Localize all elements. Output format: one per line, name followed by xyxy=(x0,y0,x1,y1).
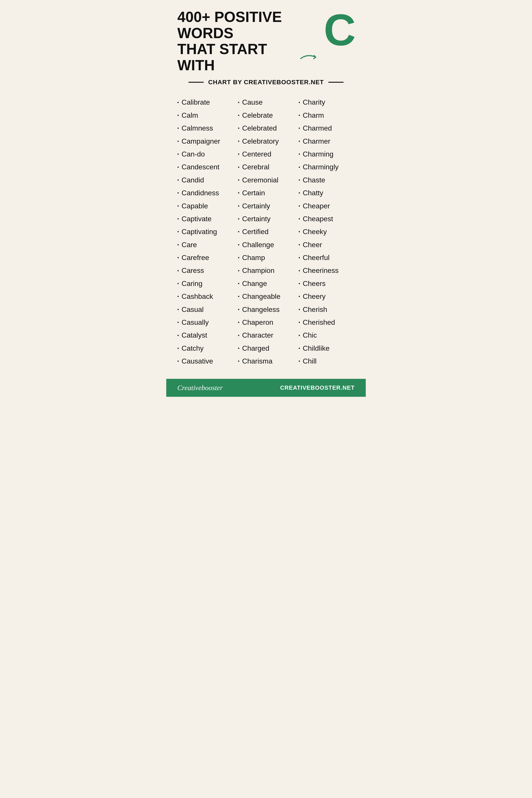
list-item: •Character xyxy=(238,329,294,342)
list-item: •Changeable xyxy=(238,290,294,303)
word-text: Capable xyxy=(182,202,208,210)
word-text: Champion xyxy=(242,266,274,274)
list-item: •Caring xyxy=(177,277,233,290)
list-item: •Captivating xyxy=(177,225,233,238)
word-text: Character xyxy=(242,331,273,339)
bullet-icon: • xyxy=(177,229,179,234)
bullet-icon: • xyxy=(177,100,179,105)
list-item: •Celebrated xyxy=(238,122,294,135)
list-item: •Certain xyxy=(238,186,294,199)
bullet-icon: • xyxy=(299,177,300,183)
list-item: •Calmness xyxy=(177,122,233,135)
subtitle-line-right xyxy=(328,82,344,83)
bullet-icon: • xyxy=(299,333,300,338)
bullet-icon: • xyxy=(177,346,179,351)
word-text: Calmness xyxy=(182,124,213,132)
word-column-0: •Calibrate•Calm•Calmness•Campaigner•Can-… xyxy=(177,96,233,367)
bullet-icon: • xyxy=(299,229,300,234)
word-text: Charmingly xyxy=(303,163,339,171)
list-item: •Cashback xyxy=(177,290,233,303)
list-item: •Charisma xyxy=(238,355,294,367)
bullet-icon: • xyxy=(177,307,179,312)
list-item: •Ceremonial xyxy=(238,174,294,186)
footer-logo: Creativebooster xyxy=(177,384,223,392)
list-item: •Carefree xyxy=(177,251,233,264)
bullet-icon: • xyxy=(299,165,300,170)
word-text: Change xyxy=(242,279,267,288)
title-line2: THAT START WITH xyxy=(177,41,324,73)
word-text: Cheeky xyxy=(303,227,327,236)
bullet-icon: • xyxy=(177,165,179,170)
footer: Creativebooster CREATIVEBOOSTER.NET xyxy=(166,379,366,397)
list-item: •Changeless xyxy=(238,303,294,316)
bullet-icon: • xyxy=(238,229,240,234)
list-item: •Celebrate xyxy=(238,109,294,122)
list-item: •Challenge xyxy=(238,238,294,251)
bullet-icon: • xyxy=(299,255,300,260)
bullet-icon: • xyxy=(177,203,179,209)
list-item: •Chaperon xyxy=(238,316,294,329)
subtitle-text: CHART BY CREATIVEBOOSTER.NET xyxy=(208,79,324,86)
list-item: •Cheaper xyxy=(299,200,355,212)
word-text: Charity xyxy=(303,98,325,107)
subtitle-bar: CHART BY CREATIVEBOOSTER.NET xyxy=(177,75,355,89)
list-item: •Causative xyxy=(177,355,233,367)
list-item: •Catchy xyxy=(177,342,233,355)
word-text: Certified xyxy=(242,227,268,236)
bullet-icon: • xyxy=(238,100,240,105)
list-item: •Chaste xyxy=(299,174,355,186)
word-text: Casual xyxy=(182,305,204,314)
bullet-icon: • xyxy=(177,177,179,183)
word-text: Chaperon xyxy=(242,318,273,326)
word-text: Celebrated xyxy=(242,124,277,132)
list-item: •Charmingly xyxy=(299,160,355,173)
word-text: Cause xyxy=(242,98,263,107)
list-item: •Calibrate xyxy=(177,96,233,109)
word-list-section: •Calibrate•Calm•Calmness•Campaigner•Can-… xyxy=(166,91,366,374)
word-columns: •Calibrate•Calm•Calmness•Campaigner•Can-… xyxy=(177,96,355,367)
bullet-icon: • xyxy=(238,203,240,209)
word-text: Ceremonial xyxy=(242,176,279,184)
bullet-icon: • xyxy=(177,151,179,157)
list-item: •Charmer xyxy=(299,135,355,148)
word-text: Chaste xyxy=(303,176,325,184)
list-item: •Certainly xyxy=(238,200,294,212)
list-item: •Capable xyxy=(177,200,233,212)
word-text: Celebrate xyxy=(242,111,273,119)
list-item: •Campaigner xyxy=(177,135,233,148)
bullet-icon: • xyxy=(177,333,179,338)
bullet-icon: • xyxy=(299,281,300,286)
list-item: •Change xyxy=(238,277,294,290)
word-text: Charmer xyxy=(303,137,330,146)
word-text: Charm xyxy=(303,111,324,119)
bullet-icon: • xyxy=(177,281,179,286)
list-item: •Charm xyxy=(299,109,355,122)
bullet-icon: • xyxy=(177,190,179,195)
list-item: •Chic xyxy=(299,329,355,342)
list-item: •Charmed xyxy=(299,122,355,135)
word-text: Challenge xyxy=(242,241,274,249)
bullet-icon: • xyxy=(238,138,240,144)
word-text: Charged xyxy=(242,344,269,353)
list-item: •Cerebral xyxy=(238,160,294,173)
word-column-1: •Cause•Celebrate•Celebrated•Celebratory•… xyxy=(238,96,294,367)
bullet-icon: • xyxy=(299,294,300,299)
word-text: Celebratory xyxy=(242,137,279,146)
arrow-icon xyxy=(300,51,324,62)
word-text: Can-do xyxy=(182,150,205,158)
bullet-icon: • xyxy=(238,346,240,351)
bullet-icon: • xyxy=(177,138,179,144)
footer-url: CREATIVEBOOSTER.NET xyxy=(280,384,355,391)
list-item: •Centered xyxy=(238,148,294,160)
subtitle-line-left xyxy=(188,82,204,83)
word-text: Cheer xyxy=(303,241,322,249)
list-item: •Cheers xyxy=(299,277,355,290)
bullet-icon: • xyxy=(238,358,240,364)
list-item: •Cheeriness xyxy=(299,264,355,277)
bullet-icon: • xyxy=(238,113,240,118)
bullet-icon: • xyxy=(299,242,300,247)
bullet-icon: • xyxy=(238,126,240,131)
list-item: •Calm xyxy=(177,109,233,122)
bullet-icon: • xyxy=(299,138,300,144)
list-item: •Casually xyxy=(177,316,233,329)
